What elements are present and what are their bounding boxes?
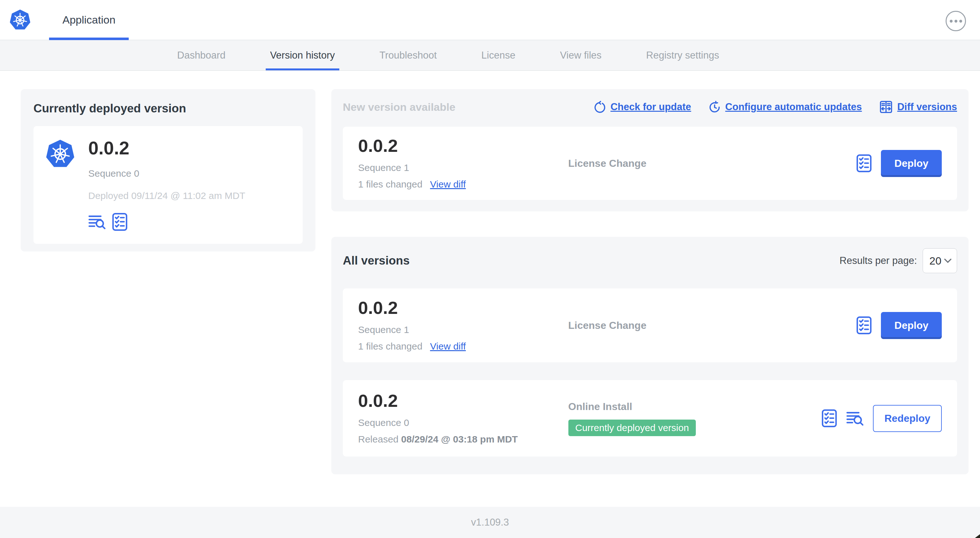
configure-automatic-updates-label: Configure automatic updates bbox=[725, 101, 862, 113]
version-sequence: Sequence 1 bbox=[358, 162, 568, 173]
console-version-label: v1.109.3 bbox=[471, 517, 509, 528]
currently-deployed-card: Currently deployed version bbox=[21, 89, 315, 251]
logs-search-icon bbox=[88, 214, 106, 230]
clock-refresh-icon bbox=[708, 101, 721, 113]
checklist-icon bbox=[821, 409, 837, 427]
diff-versions-label: Diff versions bbox=[897, 101, 957, 113]
refresh-icon bbox=[593, 101, 606, 113]
nav-tab-dashboard[interactable]: Dashboard bbox=[173, 40, 230, 70]
nav-tab-view-files[interactable]: View files bbox=[556, 40, 606, 70]
new-version-row: 0.0.2 Sequence 1 1 files changed View di… bbox=[343, 127, 957, 200]
deploy-button[interactable]: Deploy bbox=[881, 312, 942, 339]
check-for-update-link[interactable]: Check for update bbox=[593, 101, 691, 113]
checklist-icon bbox=[856, 316, 872, 335]
checklist-icon bbox=[856, 154, 872, 173]
new-version-title: New version available bbox=[343, 101, 455, 113]
released-timestamp: Released 08/29/24 @ 03:18 pm MDT bbox=[358, 434, 568, 445]
files-changed-label: 1 files changed bbox=[358, 341, 422, 352]
version-source-label: Online Install bbox=[568, 401, 821, 413]
nav-tab-license[interactable]: License bbox=[477, 40, 520, 70]
check-for-update-label: Check for update bbox=[611, 101, 691, 113]
deployed-timestamp: Deployed 09/11/24 @ 11:02 am MDT bbox=[88, 190, 245, 201]
app-nav: Dashboard Version history Troubleshoot L… bbox=[0, 40, 980, 71]
version-source-label: License Change bbox=[568, 320, 856, 332]
preflight-checks-button[interactable] bbox=[112, 213, 128, 231]
version-sequence: Sequence 1 bbox=[358, 324, 568, 335]
logs-search-icon bbox=[846, 410, 864, 426]
version-number: 0.0.2 bbox=[358, 137, 568, 155]
app-tab-label: Application bbox=[62, 14, 115, 26]
nav-tab-registry-settings[interactable]: Registry settings bbox=[642, 40, 724, 70]
version-sequence: Sequence 0 bbox=[358, 417, 568, 428]
preflight-checks-button[interactable] bbox=[821, 409, 837, 427]
deployed-sequence: Sequence 0 bbox=[88, 168, 245, 179]
version-history-main: New version available Check for update bbox=[331, 89, 969, 475]
preflight-checks-button[interactable] bbox=[856, 154, 872, 173]
configure-automatic-updates-link[interactable]: Configure automatic updates bbox=[708, 101, 862, 113]
version-row: 0.0.2 Sequence 0 Released 08/29/24 @ 03:… bbox=[343, 380, 957, 457]
version-source-label: License Change bbox=[568, 157, 856, 169]
app-header: Application bbox=[0, 0, 980, 40]
view-diff-link[interactable]: View diff bbox=[430, 179, 466, 190]
diff-versions-link[interactable]: Diff versions bbox=[879, 101, 957, 113]
results-per-page-value: 20 bbox=[929, 255, 942, 267]
checklist-icon bbox=[112, 213, 128, 231]
tab-application[interactable]: Application bbox=[49, 0, 129, 40]
deploy-button[interactable]: Deploy bbox=[881, 150, 942, 177]
version-row: 0.0.2 Sequence 1 1 files changed View di… bbox=[343, 289, 957, 362]
deployed-version-number: 0.0.2 bbox=[88, 139, 245, 157]
kubernetes-logo-icon bbox=[9, 9, 31, 31]
results-per-page-select[interactable]: 20 bbox=[923, 248, 957, 273]
version-number: 0.0.2 bbox=[358, 392, 568, 410]
nav-tab-troubleshoot[interactable]: Troubleshoot bbox=[375, 40, 441, 70]
all-versions-title: All versions bbox=[343, 254, 410, 267]
chevron-down-icon bbox=[944, 258, 951, 263]
version-number: 0.0.2 bbox=[358, 299, 568, 317]
app-footer: v1.109.3 bbox=[0, 507, 980, 538]
view-logs-button[interactable] bbox=[846, 410, 864, 426]
view-diff-link[interactable]: View diff bbox=[430, 341, 466, 352]
preflight-checks-button[interactable] bbox=[856, 316, 872, 335]
more-menu-button[interactable] bbox=[946, 11, 966, 31]
kubernetes-logo-icon bbox=[45, 139, 75, 231]
currently-deployed-badge: Currently deployed version bbox=[568, 420, 696, 436]
results-per-page-label: Results per page: bbox=[840, 255, 917, 267]
files-changed-label: 1 files changed bbox=[358, 179, 422, 190]
ellipsis-icon bbox=[950, 20, 953, 22]
redeploy-button[interactable]: Redeploy bbox=[873, 405, 942, 432]
nav-tab-version-history[interactable]: Version history bbox=[266, 40, 339, 70]
all-versions-section: All versions Results per page: 20 bbox=[331, 237, 969, 475]
currently-deployed-title: Currently deployed version bbox=[33, 102, 303, 115]
diff-icon bbox=[879, 101, 893, 113]
view-logs-button[interactable] bbox=[88, 214, 106, 230]
deployed-version-card: 0.0.2 Sequence 0 Deployed 09/11/24 @ 11:… bbox=[33, 126, 303, 244]
page: Application Dashboard Version history Tr… bbox=[0, 0, 980, 538]
new-version-section: New version available Check for update bbox=[331, 89, 969, 211]
